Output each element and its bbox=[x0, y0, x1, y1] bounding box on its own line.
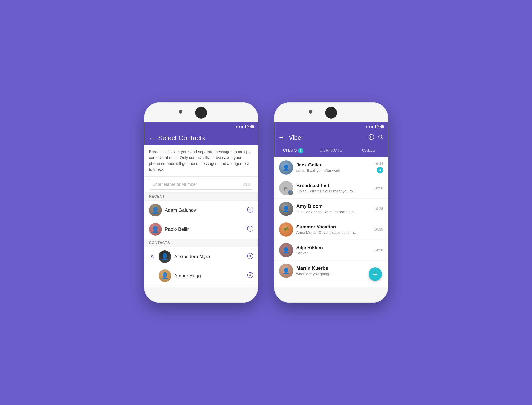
qr-icon[interactable] bbox=[368, 134, 374, 141]
search-icon[interactable] bbox=[378, 135, 383, 141]
signal-icon-2: ▾ bbox=[368, 125, 370, 128]
avatar-summer: 🌴 bbox=[279, 222, 293, 236]
tab-calls[interactable]: CALLS bbox=[350, 144, 388, 157]
back-button[interactable]: ← bbox=[149, 135, 155, 141]
chat-time-summer: 16:55 bbox=[374, 228, 383, 232]
avatar-amber: 👤 bbox=[159, 270, 171, 282]
chat-preview-broadcast: Eloise Koiller: Hey! I'll meet you tomor… bbox=[297, 189, 359, 193]
chat-item-summer[interactable]: 🌴 Summer Vacation Anna Meraz: Guys! plea… bbox=[274, 219, 388, 240]
header-action-icons bbox=[368, 134, 383, 141]
chat-item-jack[interactable]: 👤 Jack Geller sure, i'll call you after … bbox=[274, 157, 388, 178]
contact-item-adam[interactable]: 👤 Adam Galunov bbox=[144, 201, 258, 220]
phone1-screen: ▾ ▾ ▮ 19:45 ← Select Contacts Broadcast … bbox=[144, 122, 258, 287]
chat-time-silje: 14:38 bbox=[374, 248, 383, 252]
search-placeholder: Enter Name or Number bbox=[152, 182, 197, 187]
viber-icon-paolo bbox=[247, 226, 253, 233]
search-box[interactable]: Enter Name or Number 0/20 bbox=[144, 176, 258, 192]
chat-preview-silje: Sticker bbox=[297, 251, 359, 256]
avatar-jack: 👤 bbox=[279, 160, 293, 175]
contact-item-paolo[interactable]: 👤 Paolo Bellini bbox=[144, 220, 258, 239]
wifi-icon-2: ▾ bbox=[366, 125, 367, 128]
tab-contacts-label: CONTACTS bbox=[319, 148, 343, 152]
chat-preview-martin: when are you going? bbox=[297, 272, 359, 276]
chat-info-amy: Amy Bloom In a week or so, when im back … bbox=[297, 203, 371, 214]
recent-contact-list: 👤 Adam Galunov 👤 Paolo Bellini bbox=[144, 201, 258, 239]
phone2-screen: ▾ ▾ ▮ 19:45 ☰ Viber bbox=[274, 122, 388, 287]
avatar-alexmyra: 👤 bbox=[159, 250, 171, 263]
status-icons-1: ▾ ▾ ▮ 19:45 bbox=[236, 124, 254, 129]
chat-info-jack: Jack Geller sure, i'll call you after wo… bbox=[297, 162, 371, 173]
section-header-recent: RECENT bbox=[144, 192, 258, 201]
fab-new-chat[interactable]: + bbox=[368, 267, 382, 281]
tab-chats-badge: 3 bbox=[298, 148, 303, 153]
chat-item-broadcast[interactable]: 👤 Broadcast List Eloise Koiller: Hey! I'… bbox=[274, 178, 388, 199]
signal-icon: ▾ bbox=[239, 125, 240, 128]
chat-preview-summer: Anna Meraz: Guys! please send me the pic… bbox=[297, 230, 359, 235]
chat-meta-silje: 14:38 bbox=[374, 248, 383, 252]
chat-badge-jack: 3 bbox=[377, 167, 383, 173]
contact-item-amber[interactable]: 👤 Amber Hagg bbox=[144, 266, 258, 285]
status-icons-2: ▾ ▾ ▮ 19:45 bbox=[366, 124, 384, 129]
avatar-silje: 👤 bbox=[279, 243, 293, 257]
chat-info-martin: Martin Kuerbs when are you going? bbox=[297, 265, 380, 276]
avatar-adam: 👤 bbox=[149, 204, 162, 216]
svg-point-7 bbox=[371, 137, 372, 137]
app-header-viber: ☰ Viber bbox=[274, 131, 388, 144]
app-header-1: ← Select Contacts bbox=[144, 131, 258, 145]
chat-meta-amy: 18:28 bbox=[374, 207, 383, 211]
phone-camera bbox=[179, 110, 182, 114]
phone2-camera bbox=[309, 110, 312, 114]
fab-plus-icon: + bbox=[373, 270, 377, 279]
chat-name-broadcast: Broadcast List bbox=[297, 183, 371, 188]
viber-icon-alexmyra bbox=[247, 253, 253, 260]
avatar-broadcast-sub: 👤 bbox=[288, 190, 294, 196]
chat-meta-broadcast: 18:56 bbox=[374, 186, 383, 190]
tab-chats[interactable]: CHATS3 bbox=[274, 144, 312, 157]
description-box: Broadcast lists let you send separate me… bbox=[144, 145, 258, 176]
viber-icon-amber bbox=[247, 272, 253, 279]
contact-item-alexmyra[interactable]: A 👤 Alexandera Myra bbox=[144, 247, 258, 266]
chat-info-summer: Summer Vacation Anna Meraz: Guys! please… bbox=[297, 224, 371, 235]
chat-name-martin: Martin Kuerbs bbox=[297, 265, 380, 271]
chat-time-broadcast: 18:56 bbox=[374, 186, 383, 190]
battery-icon-2: ▮ bbox=[371, 125, 373, 128]
page-title-1: Select Contacts bbox=[158, 134, 205, 142]
avatar-amy: 👤 bbox=[279, 202, 293, 216]
chat-preview-amy: In a week or so, when im back lets meet … bbox=[297, 210, 359, 214]
description-text: Broadcast lists let you send separate me… bbox=[149, 149, 253, 172]
chat-name-jack: Jack Geller bbox=[297, 162, 371, 168]
chat-preview-jack: sure, i'll call you after work bbox=[297, 169, 359, 173]
svg-line-9 bbox=[381, 138, 383, 139]
chat-time-jack: 19:44 bbox=[374, 162, 383, 166]
status-bar-2: ▾ ▾ ▮ 19:45 bbox=[274, 122, 388, 131]
chat-item-silje[interactable]: 👤 Silje Rikken Sticker 14:38 bbox=[274, 240, 388, 261]
tab-calls-label: CALLS bbox=[362, 148, 375, 152]
tab-bar: CHATS3 CONTACTS CALLS bbox=[274, 144, 388, 157]
avatar-martin: 👤 bbox=[279, 264, 293, 278]
contact-name-adam: Adam Galunov bbox=[165, 207, 244, 213]
chat-meta-summer: 16:55 bbox=[374, 228, 383, 232]
tab-chats-label: CHATS bbox=[283, 148, 297, 152]
contacts-list: A 👤 Alexandera Myra 👤 Am bbox=[144, 247, 258, 287]
tab-contacts[interactable]: CONTACTS bbox=[312, 144, 350, 157]
battery-icon: ▮ bbox=[241, 125, 243, 128]
viber-app-title: Viber bbox=[289, 134, 365, 141]
chat-list: 👤 Jack Geller sure, i'll call you after … bbox=[274, 157, 388, 281]
avatar-broadcast-container: 👤 bbox=[279, 181, 293, 195]
chat-item-amy[interactable]: 👤 Amy Bloom In a week or so, when im bac… bbox=[274, 199, 388, 219]
contact-item-amybloom[interactable]: 👤 Amy Bloom bbox=[144, 285, 258, 287]
status-bar-1: ▾ ▾ ▮ 19:45 bbox=[144, 122, 258, 131]
contact-name-paolo: Paolo Bellini bbox=[165, 227, 244, 232]
chat-meta-jack: 19:44 3 bbox=[374, 162, 383, 173]
hamburger-menu[interactable]: ☰ bbox=[279, 135, 284, 141]
avatar-paolo: 👤 bbox=[149, 223, 162, 236]
chat-name-silje: Silje Rikken bbox=[297, 245, 371, 250]
search-input-container[interactable]: Enter Name or Number 0/20 bbox=[149, 179, 253, 189]
search-count: 0/20 bbox=[243, 182, 249, 187]
chat-info-silje: Silje Rikken Sticker bbox=[297, 245, 371, 256]
contact-name-amber: Amber Hagg bbox=[174, 273, 244, 278]
contact-name-alexmyra: Alexandera Myra bbox=[174, 254, 244, 259]
status-time-1: 19:45 bbox=[244, 124, 254, 129]
section-header-contacts: CONTACTS bbox=[144, 239, 258, 247]
chat-time-amy: 18:28 bbox=[374, 207, 383, 211]
